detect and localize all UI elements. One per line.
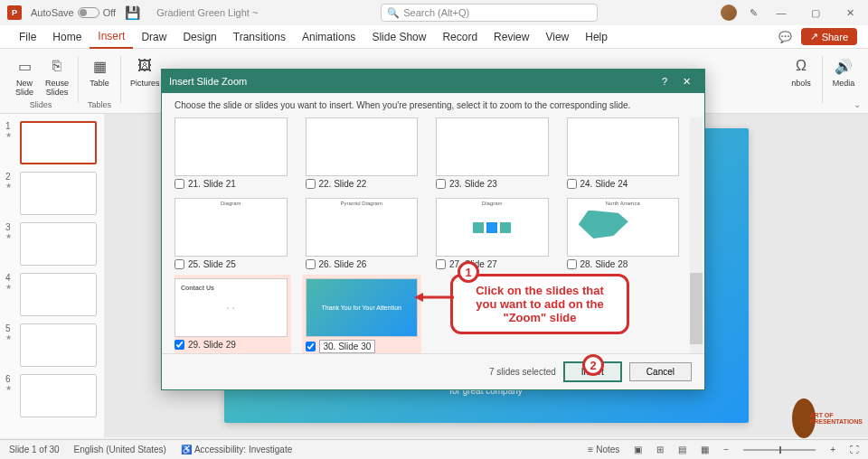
share-button[interactable]: ↗ Share — [801, 28, 857, 45]
close-button[interactable]: ✕ — [839, 7, 861, 19]
slide-option-29[interactable]: Contact Us29. Slide 29 — [175, 275, 291, 353]
dialog-close-button[interactable]: ✕ — [675, 76, 697, 88]
reuse-slides-button[interactable]: ⎘ Reuse Slides — [42, 52, 72, 99]
dialog-header[interactable]: Insert Slide Zoom ? ✕ — [162, 70, 704, 93]
tab-view[interactable]: View — [537, 25, 577, 48]
slide-option-22[interactable]: 22. Slide 22 — [306, 117, 419, 189]
slide-option-25[interactable]: Diagram25. Slide 25 — [175, 198, 288, 269]
thumb-2[interactable]: 2★ — [5, 172, 99, 215]
tab-animations[interactable]: Animations — [294, 25, 363, 48]
slide-checkbox-29[interactable] — [175, 340, 184, 350]
tab-record[interactable]: Record — [434, 25, 486, 48]
slide-checkbox-22[interactable] — [306, 179, 316, 189]
status-slide: Slide 1 of 30 — [9, 445, 60, 454]
view-normal-button[interactable]: ▣ — [634, 445, 642, 454]
slide-checkbox-24[interactable] — [567, 179, 577, 189]
tab-review[interactable]: Review — [486, 25, 537, 48]
thumb-6[interactable]: 6★ — [5, 374, 99, 417]
app-icon: P — [7, 5, 22, 20]
slide-thumbnails-panel[interactable]: 1★ 2★ 3★ 4★ 5★ 6★ — [0, 114, 104, 437]
tab-draw[interactable]: Draw — [133, 25, 175, 48]
accessibility-icon: ♿ — [181, 445, 192, 454]
table-icon: ▦ — [88, 54, 111, 78]
tab-insert[interactable]: Insert — [90, 26, 133, 49]
slide-option-30[interactable]: Thank You for Your Attention30. Slide 30 — [302, 275, 422, 353]
fit-button[interactable]: ⛶ — [850, 445, 859, 454]
menu-bar: File Home Insert Draw Design Transitions… — [0, 25, 868, 49]
annotation-arrow-1 — [414, 291, 454, 304]
file-name[interactable]: Gradient Green Light ~ — [156, 7, 258, 18]
zoom-out-button[interactable]: − — [723, 445, 729, 454]
symbols-button[interactable]: Ω nbols — [786, 52, 816, 90]
status-lang[interactable]: English (United States) — [74, 445, 166, 454]
slide-checkbox-25[interactable] — [175, 259, 184, 269]
thumb-5[interactable]: 5★ — [5, 323, 99, 367]
slide-option-24[interactable]: 24. Slide 24 — [567, 117, 680, 189]
selected-count: 7 slides selected — [489, 367, 556, 377]
svg-marker-1 — [414, 293, 423, 302]
status-bar: Slide 1 of 30 English (United States) ♿A… — [0, 439, 868, 459]
slide-checkbox-27[interactable] — [436, 259, 446, 269]
thumb-3[interactable]: 3★ — [5, 222, 99, 266]
cancel-button[interactable]: Cancel — [629, 362, 692, 381]
slide-checkbox-28[interactable] — [567, 259, 577, 269]
save-icon[interactable]: 💾 — [125, 5, 140, 20]
slide-checkbox-26[interactable] — [306, 259, 316, 269]
view-reading-button[interactable]: ▤ — [678, 445, 686, 454]
reuse-icon: ⎘ — [45, 54, 69, 78]
search-input[interactable]: 🔍 Search (Alt+Q) — [381, 4, 598, 22]
slide-option-21[interactable]: 21. Slide 21 — [175, 117, 288, 189]
new-slide-icon: ▭ — [13, 54, 36, 78]
slide-option-23[interactable]: 23. Slide 23 — [436, 117, 549, 189]
zoom-in-button[interactable]: + — [830, 445, 835, 454]
pen-icon[interactable]: ✎ — [750, 7, 758, 19]
autosave-state: Off — [103, 7, 116, 18]
tab-slideshow[interactable]: Slide Show — [363, 25, 434, 48]
search-icon: 🔍 — [387, 7, 400, 19]
tab-transitions[interactable]: Transitions — [225, 25, 294, 48]
insert-slide-zoom-dialog: Insert Slide Zoom ? ✕ Choose the slide o… — [161, 69, 705, 390]
dialog-title: Insert Slide Zoom — [169, 76, 247, 87]
title-bar: P AutoSave Off 💾 Gradient Green Light ~ … — [0, 0, 868, 25]
minimize-button[interactable]: — — [770, 7, 792, 18]
slide-checkbox-30[interactable] — [306, 342, 316, 351]
thumb-4[interactable]: 4★ — [5, 273, 99, 316]
tab-file[interactable]: File — [11, 25, 44, 48]
media-button[interactable]: 🔊 Media — [828, 52, 859, 90]
site-logo: ART OFPRESENTATIONS — [792, 396, 863, 441]
scrollbar-thumb[interactable] — [690, 273, 703, 343]
slide-option-28[interactable]: North America28. Slide 28 — [567, 198, 680, 269]
zoom-slider[interactable] — [743, 449, 816, 451]
symbols-icon: Ω — [789, 54, 813, 78]
comments-button[interactable]: 💬 — [778, 31, 792, 43]
dialog-help-button[interactable]: ? — [654, 76, 675, 87]
restore-button[interactable]: ▢ — [805, 7, 826, 19]
toggle-icon — [78, 7, 99, 18]
status-accessibility[interactable]: ♿Accessibility: Investigate — [181, 445, 292, 454]
view-slideshow-button[interactable]: ▦ — [701, 445, 709, 454]
thumb-1[interactable]: 1★ — [5, 121, 99, 164]
pictures-button[interactable]: 🖼 Pictures — [127, 52, 164, 90]
autosave-label: AutoSave — [31, 7, 74, 18]
notes-icon: ≡ — [588, 445, 593, 454]
new-slide-button[interactable]: ▭ New Slide — [9, 52, 40, 99]
share-label: Share — [822, 32, 848, 42]
slide-checkbox-23[interactable] — [436, 179, 446, 189]
table-button[interactable]: ▦ Table — [84, 52, 115, 90]
tab-design[interactable]: Design — [175, 25, 224, 48]
user-avatar[interactable] — [721, 5, 737, 21]
group-label-slides: Slides — [30, 100, 52, 109]
view-sorter-button[interactable]: ⊞ — [656, 445, 664, 454]
notes-button[interactable]: ≡Notes — [588, 445, 619, 454]
dialog-scrollbar[interactable] — [690, 117, 703, 353]
autosave-toggle[interactable]: AutoSave Off — [31, 7, 116, 18]
tab-home[interactable]: Home — [44, 25, 90, 48]
slide-option-26[interactable]: Pyramid Diagram26. Slide 26 — [306, 198, 419, 269]
media-icon: 🔊 — [832, 54, 855, 78]
slide-checkbox-21[interactable] — [175, 179, 184, 189]
group-label-tables: Tables — [88, 100, 111, 109]
collapse-ribbon-icon[interactable]: ⌄ — [854, 99, 861, 109]
tab-help[interactable]: Help — [577, 25, 616, 48]
annotation-badge-2: 2 — [582, 354, 604, 376]
slide-option-27[interactable]: Diagram27. Slide 27 — [436, 198, 549, 269]
